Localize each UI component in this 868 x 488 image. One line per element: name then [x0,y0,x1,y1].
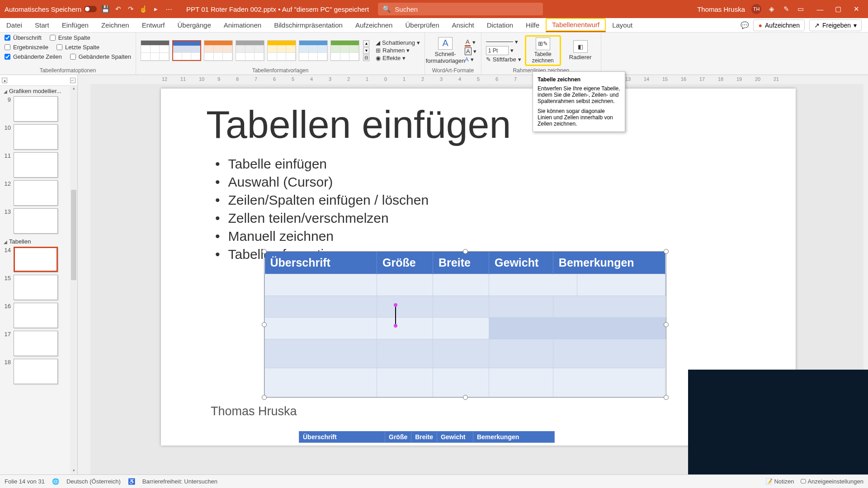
gallery-more[interactable]: ▴ ▾ ⊟ [363,40,369,61]
ribbon-content: Überschrift Erste Spalte Ergebniszeile L… [0,33,868,75]
status-slide[interactable]: Folie 14 von 31 [5,478,45,485]
tab-dictation[interactable]: Dictation [481,18,519,32]
tab-layout[interactable]: Layout [606,18,639,32]
text-effects[interactable]: A▾ [465,56,476,63]
document-title[interactable]: PPT 01 Roter Faden 002.pptx • Auf "diese… [186,5,369,13]
slide-thumb[interactable]: 13 [3,208,70,234]
table-header: Breite [433,252,489,274]
bullet-item: Tabelle einfügen [215,156,429,172]
slide-thumb[interactable]: 12 [3,180,70,206]
status-access[interactable]: Barrierefreiheit: Untersuchen [142,478,217,485]
selection-handle[interactable] [262,249,267,254]
minimize-button[interactable]: — [811,0,829,18]
slide-thumb[interactable]: 18 [3,359,70,384]
slide-thumb[interactable]: 14 [3,247,70,272]
window-icon[interactable]: ▭ [797,5,805,13]
table-object[interactable]: ÜberschriftGrößeBreiteGewichtBemerkungen [264,251,666,398]
slide-thumb[interactable]: 11 [3,152,70,178]
slide-thumb[interactable]: 16 [3,303,70,328]
effects-button[interactable]: ◉Effekte▾ [376,55,420,61]
scrollbar-thumb[interactable] [71,190,76,280]
autosave-toggle[interactable]: Automatisches Speichern [5,5,97,13]
section-header[interactable]: Grafiken modellier... [0,86,70,96]
tab-animationen[interactable]: Animationen [217,18,268,32]
diamond-icon[interactable]: ◈ [768,5,776,13]
style-thumb[interactable] [204,40,233,61]
tab-einfuegen[interactable]: Einfügen [56,18,95,32]
user-name[interactable]: Thomas Hruska [697,5,745,13]
style-thumb[interactable] [299,40,328,61]
user-avatar[interactable]: TH [751,4,761,14]
tab-aufzeichnen[interactable]: Aufzeichnen [349,18,399,32]
tab-zeichnen[interactable]: Zeichnen [95,18,136,32]
style-thumb[interactable] [141,40,170,61]
table-styles-gallery[interactable] [141,40,359,61]
pen-color[interactable]: ✎Stiftfarbe▾ [486,56,521,63]
touch-icon[interactable]: ☝ [139,5,147,13]
text-outline[interactable]: A▾ [465,47,476,55]
borders-button[interactable]: ⊞Rahmen▾ [376,47,420,54]
undo-icon[interactable]: ↶ [114,5,122,13]
record-button[interactable]: ●Aufzeichnen [753,19,805,31]
selection-handle[interactable] [262,322,267,327]
chk-header[interactable]: Überschrift [5,34,42,41]
style-thumb[interactable] [267,40,296,61]
style-thumb[interactable] [236,40,264,61]
status-lang[interactable]: Deutsch (Österreich) [66,478,121,485]
chk-banded-cols[interactable]: Gebänderte Spalten [70,53,131,60]
panel-scrollbar[interactable]: ▴ ▾ [70,86,77,474]
quickstyles-button[interactable]: A Schnell- formatvorlagen [429,37,461,64]
cursor-handle-icon [394,303,397,307]
style-thumb-selected[interactable] [172,40,201,61]
selection-handle[interactable] [463,249,468,254]
close-button[interactable]: ✕ [847,0,865,18]
chk-lastcol[interactable]: Letzte Spalte [57,44,99,51]
section-header[interactable]: Tabellen [0,236,70,247]
pen-style[interactable]: ▾ [486,38,521,45]
selection-handle[interactable] [664,249,669,254]
style-thumb[interactable] [330,40,359,61]
slide-thumb[interactable]: 15 [3,275,70,300]
slide-title[interactable]: Tabellen einfügen [206,102,511,147]
tab-tabellenentwurf[interactable]: Tabellenentwurf [546,18,606,32]
collapse-up-icon[interactable]: ▴ [2,78,7,83]
pen-weight[interactable]: 1 Pt▾ [486,46,521,55]
tab-ansicht[interactable]: Ansicht [446,18,481,32]
tab-entwurf[interactable]: Entwurf [136,18,171,32]
eraser-icon: ◧ [573,40,588,53]
tab-datei[interactable]: Datei [0,18,28,32]
more-icon[interactable]: ⋯ [165,5,173,13]
slide-thumb[interactable]: 10 [3,124,70,150]
ruler-tab-icon[interactable]: ⌐ [70,78,75,83]
from-beginning-icon[interactable]: ▸ [152,5,160,13]
tab-uebergaenge[interactable]: Übergänge [171,18,217,32]
save-icon[interactable]: 💾 [101,5,109,13]
selection-handle[interactable] [664,322,669,327]
slide-bullets[interactable]: Tabelle einfügenAuswahl (Cursor)Zeilen/S… [215,156,429,265]
maximize-button[interactable]: ▢ [829,0,847,18]
tab-bildschirm[interactable]: Bildschirmpräsentation [268,18,349,32]
pencil-icon[interactable]: ✎ [782,5,790,13]
comments-icon[interactable]: 💬 [741,21,749,29]
selection-handle[interactable] [262,395,267,400]
redo-icon[interactable]: ↷ [127,5,135,13]
text-fill[interactable]: A▾ [465,38,476,47]
author-text[interactable]: Thomas Hruska [211,404,297,418]
chk-total[interactable]: Ergebniszeile [5,44,48,51]
eraser-button[interactable]: ◧ Radierer [565,40,596,61]
chk-banded-rows[interactable]: Gebänderte Zeilen [5,53,62,60]
search-input[interactable]: 🔍 Suchen [378,3,543,15]
display-settings[interactable]: 🖵 Anzeigeeinstellungen [800,478,863,485]
draw-table-button[interactable]: ⊞✎ Tabelle zeichnen [527,38,559,64]
tab-ueberpruefen[interactable]: Überprüfen [399,18,445,32]
tab-start[interactable]: Start [28,18,56,32]
share-button[interactable]: ↗Freigeben▾ [809,19,862,31]
selection-handle[interactable] [463,395,468,400]
slide-thumb[interactable]: 17 [3,331,70,356]
tab-hilfe[interactable]: Hilfe [519,18,546,32]
selection-handle[interactable] [664,395,669,400]
notes-button[interactable]: 📝 Notizen [765,478,794,485]
slide-thumb[interactable]: 9 [3,96,70,122]
chk-firstcol[interactable]: Erste Spalte [50,34,90,41]
shading-button[interactable]: ◢Schattierung▾ [376,39,420,46]
